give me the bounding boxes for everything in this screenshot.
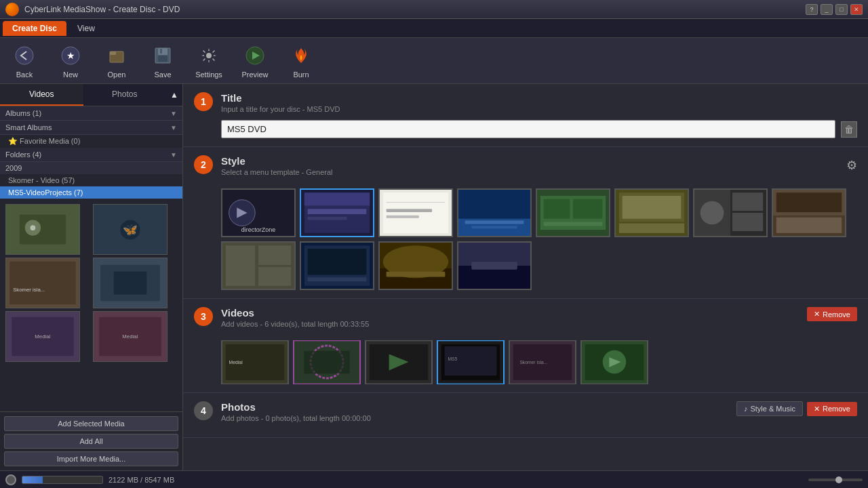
svg-rect-48 [573,199,602,219]
smart-albums-section[interactable]: Smart Albums ▼ [0,121,182,135]
zoom-handle[interactable] [835,476,842,483]
svg-rect-64 [226,245,255,286]
style-grid: directorZone [221,188,857,290]
dz-label: directorZone [222,226,294,233]
toolbar-open[interactable]: Open [100,43,133,79]
video-thumb-2[interactable] [293,340,361,384]
section4-title: Photos [221,401,371,413]
smart-albums-title: Smart Albums [5,123,170,131]
albums-section[interactable]: Albums (1) ▼ [0,106,182,121]
add-all-btn[interactable]: Add All [4,434,178,449]
folders-section[interactable]: Folders (4) ▼ [0,148,182,162]
photos-remove-btn[interactable]: ✕ Remove [807,402,857,416]
style-music-btn[interactable]: ♪ Style & Music [736,401,803,416]
section-title: 1 Title Input a title for your disc - MS… [183,84,868,147]
style-thumb-8[interactable] [221,241,296,290]
menu-tab-create-disc[interactable]: Create Disc [3,21,66,36]
svg-rect-33 [304,192,370,205]
style-thumb-5[interactable] [614,188,689,237]
video-thumb-6[interactable] [580,340,648,384]
toolbar: Back ★ New Open Save [0,38,868,84]
toolbar-new[interactable]: ★ New [54,43,87,79]
section-style: 2 Style Select a menu template - General… [183,147,868,299]
storage-progress [22,476,103,484]
section3-subtitle: Add videos - 6 video(s), total length 00… [221,320,369,328]
close-btn[interactable]: ✕ [850,4,863,15]
open-label: Open [108,70,126,79]
sidebar-scroll: Albums (1) ▼ Smart Albums ▼ ⭐ Favorite M… [0,106,182,411]
toolbar-settings[interactable]: Settings [193,43,225,79]
style-thumb-r1[interactable] [300,241,374,290]
open-icon [104,43,129,68]
style-thumb-dz[interactable]: directorZone [221,188,296,237]
style-thumb-6[interactable] [693,188,768,237]
section4-header: 4 Photos Add photos - 0 photo(s), total … [194,401,371,422]
toolbar-back[interactable]: Back [8,43,41,79]
media-thumb-2[interactable]: 🦋 [93,204,167,255]
section4-subtitle: Add photos - 0 photo(s), total length 00… [221,414,371,422]
help-btn[interactable]: ? [806,4,818,15]
style-settings-icon[interactable]: ⚙ [846,158,857,173]
style-thumb-7[interactable] [772,188,846,237]
media-thumb-4[interactable] [93,258,167,308]
maximize-btn[interactable]: □ [835,4,848,15]
zoom-bar[interactable] [808,479,863,481]
style-thumb-4[interactable] [536,188,610,237]
disc-title-input[interactable] [221,120,835,138]
svg-text:MediaI: MediaI [35,333,50,340]
style-thumb-2[interactable] [378,188,453,237]
video-thumb-5[interactable]: Skomer Isla... [509,340,576,384]
toolbar-preview[interactable]: Preview [239,43,271,79]
video-thumb-4[interactable]: MS5 [437,340,505,384]
clear-title-btn[interactable]: 🗑 [841,121,857,138]
style-thumb-1[interactable] [300,188,374,237]
video-thumb-3[interactable] [365,340,433,384]
section3-header: 3 Videos Add videos - 6 video(s), total … [194,307,369,328]
add-selected-btn[interactable]: Add Selected Media [4,416,178,431]
sidebar-tab-videos[interactable]: Videos [0,84,83,106]
folders-arrow: ▼ [170,151,177,159]
save-icon [151,43,175,68]
svg-rect-74 [387,272,446,277]
svg-text:★: ★ [66,50,75,61]
albums-arrow: ▼ [170,110,177,117]
import-more-btn[interactable]: Import More Media... [4,451,178,466]
toolbar-burn[interactable]: Burn [285,43,317,79]
svg-rect-19 [9,262,75,304]
videos-remove-btn[interactable]: ✕ Remove [807,307,857,321]
preview-icon [243,43,267,68]
toolbar-save[interactable]: Save [146,43,179,79]
media-thumb-3[interactable]: Skomer isla... [5,258,80,308]
minimize-btn[interactable]: _ [821,4,833,15]
section2-number: 2 [194,155,213,174]
svg-rect-4 [110,52,116,55]
photos-remove-label: Remove [823,405,850,413]
title-bar: CyberLink MediaShow - Create Disc - DVD … [0,0,868,19]
media-thumb-6[interactable]: MediaI [93,311,167,362]
save-label: Save [154,70,171,79]
svg-rect-43 [465,221,524,224]
style-thumb-r3[interactable] [457,241,532,290]
style-thumb-3[interactable] [457,188,532,237]
video-strip: MediaI [221,340,857,384]
svg-rect-66 [258,267,291,286]
svg-text:Skomer Isla...: Skomer Isla... [519,360,547,365]
media-grid: 🦋 Skomer isla... [0,199,182,367]
sidebar-item-ms5[interactable]: MS5-VideoProjects (7) [0,186,182,199]
svg-rect-49 [544,222,603,226]
sidebar-item-skomer[interactable]: Skomer - Video (57) [0,174,182,186]
disc-icon [5,474,16,485]
svg-rect-7 [158,56,167,62]
media-thumb-5[interactable]: MediaI [5,311,80,362]
section1-content: 🗑 [221,120,857,138]
sidebar-scroll-up[interactable]: ▲ [166,84,182,106]
style-thumb-r2[interactable] [378,241,453,290]
style-music-label: Style & Music [750,405,795,413]
back-icon [12,43,37,68]
media-thumb-1[interactable] [5,204,80,255]
video-thumb-1[interactable]: MediaI [221,340,289,384]
sidebar-item-favorite-media[interactable]: ⭐ Favorite Media (0) [0,135,182,148]
sidebar-tab-photos[interactable]: Photos [83,84,167,106]
menu-item-view[interactable]: View [68,21,104,36]
storage-fill [22,476,43,483]
